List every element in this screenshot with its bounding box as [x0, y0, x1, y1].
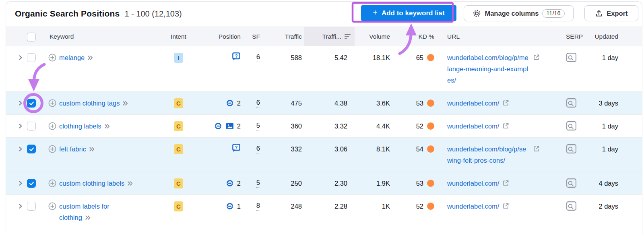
serp-preview-icon[interactable]: [566, 121, 577, 131]
keyword-link[interactable]: felt fabric: [59, 145, 86, 153]
col-header-kd[interactable]: KD %: [399, 27, 441, 46]
url-link[interactable]: wunderlabel.com/: [447, 178, 499, 189]
add-keyword-plus-icon[interactable]: [48, 145, 57, 153]
row-checkbox[interactable]: [27, 99, 36, 108]
expand-row-chevron-icon[interactable]: [17, 54, 24, 61]
results-range: 1 - 100 (12,103): [124, 9, 182, 19]
expand-row-chevron-icon[interactable]: [17, 123, 24, 129]
expand-row-chevron-icon[interactable]: [17, 203, 24, 209]
position-value: ?: [232, 143, 241, 152]
double-chevron-icon[interactable]: [104, 123, 110, 129]
serp-preview-icon[interactable]: [566, 52, 577, 62]
serp-preview-icon[interactable]: [566, 201, 577, 211]
url-link[interactable]: wunderlabel.com/: [447, 120, 499, 132]
select-all-checkbox[interactable]: [27, 33, 36, 41]
table-body: melange I ? 6 588 5.42 18.1K 65 wunderla…: [6, 46, 642, 229]
kd-difficulty-dot: [427, 203, 434, 210]
position-value: ?: [232, 52, 241, 61]
updated-value: 1 day: [588, 138, 642, 172]
keyword-link[interactable]: custom clothing labels: [59, 180, 124, 187]
serp-features-count[interactable]: 6: [256, 97, 260, 108]
add-keyword-plus-icon[interactable]: [48, 53, 57, 62]
row-checkbox[interactable]: [27, 122, 36, 130]
external-link-icon[interactable]: [502, 179, 510, 187]
updated-value: 1 day: [588, 115, 642, 137]
col-header-intent[interactable]: Intent: [161, 27, 196, 46]
serp-features-count[interactable]: 5: [256, 120, 260, 130]
external-link-icon[interactable]: [502, 122, 510, 130]
serp-features-count[interactable]: 6: [256, 52, 260, 62]
export-label: Export: [607, 10, 627, 17]
page-title: Organic Search Positions: [15, 9, 120, 19]
col-header-traffic[interactable]: Traffic: [260, 27, 304, 46]
url-link[interactable]: wunderlabel.com/: [447, 97, 499, 109]
col-header-position[interactable]: Position: [196, 27, 241, 46]
col-header-keyword[interactable]: Keyword: [41, 27, 161, 46]
double-chevron-icon[interactable]: [89, 146, 95, 152]
keyword-link[interactable]: custom clothing tags: [59, 99, 120, 107]
intent-badge: C: [174, 144, 183, 154]
col-header-traffic-pct[interactable]: Traffi...: [304, 27, 355, 46]
volume-value: 3.6K: [355, 92, 399, 114]
url-link[interactable]: wunderlabel.com/blog/p/melange-meaning-a…: [447, 52, 530, 86]
external-link-icon[interactable]: [502, 99, 510, 107]
col-header-updated[interactable]: Updated: [588, 27, 642, 46]
row-checkbox[interactable]: [27, 145, 36, 153]
row-checkbox[interactable]: [27, 202, 36, 211]
svg-text:?: ?: [235, 145, 238, 150]
kd-difficulty-dot: [427, 180, 434, 187]
serp-features-count[interactable]: 5: [256, 178, 260, 188]
col-header-volume[interactable]: Volume: [355, 27, 399, 46]
serp-preview-icon[interactable]: [566, 178, 577, 188]
serp-features-count[interactable]: 6: [256, 143, 260, 153]
export-button[interactable]: Export: [584, 5, 638, 21]
keyword-link[interactable]: custom labels for clothing: [59, 203, 109, 221]
updated-value: 4 days: [588, 172, 642, 195]
add-keyword-plus-icon[interactable]: [48, 179, 57, 188]
volume-value: 1.9K: [355, 172, 399, 195]
updated-value: 1 day: [588, 46, 642, 91]
svg-text:?: ?: [235, 54, 238, 58]
sitelink-icon: [225, 202, 234, 211]
double-chevron-icon[interactable]: [127, 180, 133, 186]
expand-row-chevron-icon[interactable]: [17, 146, 24, 152]
add-keyword-plus-icon[interactable]: [48, 202, 57, 211]
gear-icon: [473, 9, 481, 18]
url-link[interactable]: wunderlabel.com/blog/p/sewing-felt-pros-…: [447, 143, 530, 166]
add-keyword-plus-icon[interactable]: [48, 122, 57, 130]
traffic-pct-value: 2.28: [304, 195, 355, 229]
check-icon: [29, 180, 35, 186]
sitelink-icon: [225, 179, 234, 188]
expand-row-chevron-icon[interactable]: [17, 180, 24, 186]
external-link-icon[interactable]: [533, 54, 540, 61]
double-chevron-icon[interactable]: [87, 55, 93, 61]
serp-features-count[interactable]: 8: [256, 201, 260, 211]
manage-columns-button[interactable]: Manage columns 11/16: [464, 5, 574, 21]
serp-preview-icon[interactable]: [566, 144, 577, 154]
url-link[interactable]: wunderlabel.com/: [447, 201, 499, 212]
row-checkbox[interactable]: [27, 53, 36, 62]
col-header-sf[interactable]: SF: [241, 27, 260, 46]
kd-value: 52: [416, 201, 423, 212]
row-checkbox[interactable]: [27, 179, 36, 188]
keyword-link[interactable]: melange: [59, 54, 85, 61]
volume-value: 4.4K: [355, 115, 399, 137]
intent-badge: C: [174, 201, 183, 211]
add-to-keyword-list-button[interactable]: + Add to keyword list: [361, 5, 456, 21]
check-icon: [29, 146, 35, 152]
external-link-icon[interactable]: [502, 202, 510, 210]
table-header-row: Keyword Intent Position SF Traffic Traff…: [6, 27, 642, 46]
external-link-icon[interactable]: [533, 145, 540, 153]
intent-badge: C: [174, 178, 183, 188]
col-header-url[interactable]: URL: [441, 27, 566, 46]
keyword-link[interactable]: clothing labels: [59, 122, 101, 130]
double-chevron-icon[interactable]: [85, 215, 91, 221]
position-value: 2: [214, 120, 241, 132]
add-keyword-plus-icon[interactable]: [48, 99, 57, 108]
col-header-serp: SERP: [566, 27, 588, 46]
expand-row-chevron-icon[interactable]: [17, 100, 24, 106]
double-chevron-icon[interactable]: [122, 100, 128, 106]
traffic-value: 332: [260, 138, 304, 172]
organic-search-positions-card: Organic Search Positions 1 - 100 (12,103…: [6, 1, 642, 234]
serp-preview-icon[interactable]: [566, 98, 577, 108]
